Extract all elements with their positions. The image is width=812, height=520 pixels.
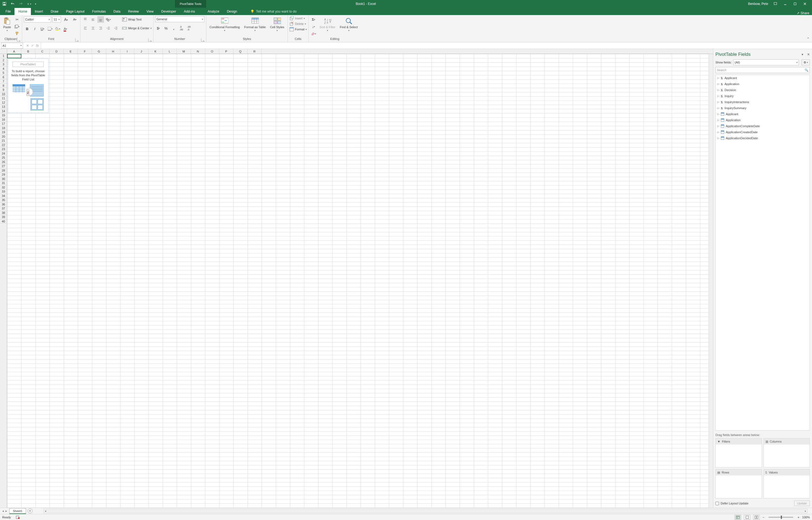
- autosum-button[interactable]: Σ▾: [310, 16, 317, 23]
- align-top-button[interactable]: [82, 16, 89, 23]
- field-search-input[interactable]: Search 🔍: [715, 67, 810, 73]
- maximize-icon[interactable]: [790, 0, 800, 8]
- column-header[interactable]: P: [219, 49, 233, 54]
- row-header[interactable]: 24: [0, 152, 7, 156]
- row-header[interactable]: 5: [0, 71, 7, 75]
- format-as-table-button[interactable]: Format as Table▾: [242, 16, 267, 33]
- row-header[interactable]: 27: [0, 164, 7, 168]
- tab-home[interactable]: Home: [15, 8, 31, 15]
- field-item[interactable]: ▷ΣInquirySummary: [716, 105, 810, 111]
- format-painter-button[interactable]: [14, 30, 20, 37]
- row-header[interactable]: 22: [0, 143, 7, 148]
- paste-button[interactable]: Paste ▾: [2, 16, 12, 33]
- update-button[interactable]: Update: [794, 500, 810, 506]
- zoom-level[interactable]: 100%: [802, 516, 810, 519]
- tab-insert[interactable]: Insert: [31, 8, 47, 15]
- underline-button[interactable]: U▾: [39, 25, 46, 32]
- row-header[interactable]: 23: [0, 147, 7, 152]
- row-header[interactable]: 12: [0, 101, 7, 105]
- tab-formulas[interactable]: Formulas: [88, 8, 110, 15]
- column-header[interactable]: L: [163, 49, 177, 54]
- insert-cells-button[interactable]: Insert▾: [289, 16, 305, 21]
- tell-me-search[interactable]: 💡 Tell me what you want to do: [246, 8, 300, 15]
- font-color-button[interactable]: A▾: [62, 25, 69, 32]
- row-header[interactable]: 38: [0, 211, 7, 215]
- row-header[interactable]: 2: [0, 58, 7, 63]
- find-select-button[interactable]: Find & Select▾: [338, 16, 359, 33]
- save-icon[interactable]: [2, 2, 6, 6]
- row-header[interactable]: 31: [0, 181, 7, 185]
- field-item[interactable]: ▷ΣDecision: [716, 87, 810, 93]
- increase-indent-button[interactable]: [113, 25, 119, 31]
- select-all-corner[interactable]: [0, 49, 7, 54]
- align-bottom-button[interactable]: [97, 16, 104, 23]
- row-header[interactable]: 13: [0, 105, 7, 109]
- undo-icon[interactable]: [10, 2, 15, 6]
- cancel-formula-icon[interactable]: ✕: [26, 44, 29, 48]
- row-header[interactable]: 26: [0, 160, 7, 164]
- field-item[interactable]: ▷ΣInquiry: [716, 93, 810, 99]
- columns-area[interactable]: ▥Columns: [764, 438, 810, 467]
- delete-cells-button[interactable]: Delete▾: [289, 22, 306, 26]
- row-header[interactable]: 1: [0, 54, 7, 58]
- orientation-button[interactable]: ab▾: [105, 16, 112, 23]
- collapse-ribbon-button[interactable]: ⌃: [804, 15, 812, 42]
- clear-button[interactable]: ▾: [310, 30, 317, 37]
- row-header[interactable]: 6: [0, 75, 7, 80]
- row-header[interactable]: 11: [0, 96, 7, 101]
- zoom-out-button[interactable]: −: [762, 516, 764, 519]
- number-dialog-launcher[interactable]: [201, 38, 204, 42]
- minimize-icon[interactable]: [780, 0, 790, 8]
- accounting-format-button[interactable]: $▾: [155, 25, 162, 31]
- zoom-in-button[interactable]: +: [797, 516, 799, 519]
- column-header[interactable]: M: [177, 49, 191, 54]
- bold-button[interactable]: B: [24, 25, 30, 32]
- row-header[interactable]: 4: [0, 67, 7, 71]
- row-header[interactable]: 10: [0, 92, 7, 97]
- align-right-button[interactable]: [97, 25, 104, 31]
- border-button[interactable]: ▾: [47, 25, 53, 32]
- tab-developer[interactable]: Developer: [157, 8, 180, 15]
- row-header[interactable]: 3: [0, 62, 7, 67]
- values-area[interactable]: ΣValues: [764, 469, 810, 498]
- align-left-button[interactable]: [82, 25, 89, 31]
- tab-data[interactable]: Data: [110, 8, 124, 15]
- show-fields-select[interactable]: (All)▾: [733, 59, 799, 66]
- increase-font-size-button[interactable]: A▴: [62, 16, 70, 23]
- cut-button[interactable]: ✂: [14, 16, 20, 23]
- tab-add-ins[interactable]: Add-ins: [180, 8, 199, 15]
- fill-button[interactable]: ↓▾: [310, 23, 317, 30]
- row-header[interactable]: 20: [0, 135, 7, 139]
- tab-design[interactable]: Design: [223, 8, 241, 15]
- column-header[interactable]: J: [134, 49, 149, 54]
- row-header[interactable]: 18: [0, 126, 7, 130]
- vertical-scrollbar[interactable]: [709, 54, 713, 508]
- row-header[interactable]: 33: [0, 189, 7, 194]
- copy-button[interactable]: ▾: [14, 23, 20, 30]
- tab-draw[interactable]: Draw: [47, 8, 62, 15]
- name-box[interactable]: A1▾: [1, 43, 23, 49]
- column-header[interactable]: Q: [233, 49, 247, 54]
- row-header[interactable]: 9: [0, 88, 7, 92]
- row-header[interactable]: 25: [0, 156, 7, 160]
- user-name[interactable]: Benbow, Pete: [748, 2, 768, 6]
- font-dialog-launcher[interactable]: [75, 38, 79, 42]
- row-header[interactable]: 40: [0, 219, 7, 224]
- decrease-decimal-button[interactable]: .00.0: [186, 25, 192, 31]
- wrap-text-button[interactable]: abc Wrap Text: [122, 16, 152, 23]
- fill-color-button[interactable]: ▾: [54, 25, 61, 32]
- column-header[interactable]: K: [149, 49, 163, 54]
- alignment-dialog-launcher[interactable]: [148, 38, 152, 42]
- page-break-view-button[interactable]: [753, 515, 760, 520]
- row-header[interactable]: 16: [0, 118, 7, 122]
- row-header[interactable]: 37: [0, 207, 7, 211]
- column-header[interactable]: I: [121, 49, 135, 54]
- field-list[interactable]: ▷ΣApplicant▷ΣApplication▷ΣDecision▷ΣInqu…: [715, 75, 810, 431]
- font-name-select[interactable]: Calibri▾: [24, 17, 51, 22]
- touch-mouse-mode-icon[interactable]: ▾: [27, 2, 31, 6]
- tab-review[interactable]: Review: [124, 8, 142, 15]
- row-header[interactable]: 34: [0, 194, 7, 198]
- column-header[interactable]: A: [7, 49, 21, 54]
- tab-analyze[interactable]: Analyze: [204, 8, 223, 15]
- decrease-font-size-button[interactable]: A▾: [71, 16, 79, 23]
